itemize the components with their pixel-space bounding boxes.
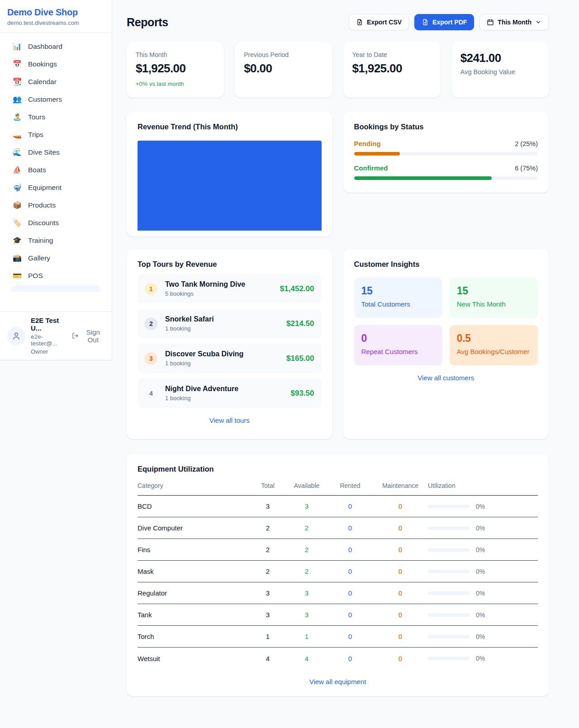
sidebar-item-customers[interactable]: 👥 Customers [5,90,106,108]
cell-available: 2 [286,567,327,575]
graduation-cap-icon: 🎓 [13,236,22,245]
tour-name: Snorkel Safari [165,315,214,323]
column-header-rented: Rented [327,482,373,489]
sidebar-item-boats[interactable]: ⛵ Boats [5,161,106,179]
rank-badge: 2 [145,317,157,330]
table-row: Fins 2 2 0 0 0% [138,539,538,561]
sidebar-item-tours[interactable]: 🏝️ Tours [5,108,106,126]
cell-total: 4 [250,655,286,662]
tile-label: Avg Bookings/Customer [457,348,531,355]
sidebar-item-dive-sites[interactable]: 🌊 Dive Sites [5,143,106,161]
table-row: Tank 3 3 0 0 0% [138,604,538,626]
table-row: Torch 1 1 0 0 0% [138,626,538,648]
sidebar-item-dashboard[interactable]: 📊 Dashboard [5,38,106,55]
cell-rented: 0 [327,633,373,640]
utilization-percent: 0% [476,655,485,662]
cell-category: Fins [138,546,250,553]
sidebar-item-reports-partial[interactable] [11,285,101,292]
sidebar-item-training[interactable]: 🎓 Training [5,232,106,249]
sidebar-item-label: Gallery [28,254,50,262]
table-row: Wetsuit 4 4 0 0 0% [138,648,538,669]
cell-utilization: 0% [428,546,538,553]
utilization-percent: 0% [476,590,485,597]
wave-icon: 🌊 [13,148,22,156]
sidebar-item-gallery[interactable]: 📸 Gallery [5,249,106,267]
tour-name: Two Tank Morning Dive [165,280,245,288]
cell-maintenance: 0 [373,655,428,662]
tile-value: 0 [361,332,435,345]
sidebar-item-bookings[interactable]: 📅 Bookings [5,55,106,73]
person-icon [12,331,21,340]
tour-revenue: $1,452.00 [280,284,314,293]
stat-cards: This Month $1,925.00 +0% vs last month P… [127,42,549,98]
progress-fill [354,152,400,156]
cell-utilization: 0% [428,611,538,619]
utilization-bar [428,635,470,638]
sidebar-item-products[interactable]: 📦 Products [5,196,106,214]
table-row: Mask 2 2 0 0 0% [138,561,538,582]
chevron-down-icon [535,19,541,25]
cell-total: 3 [250,502,286,510]
cell-maintenance: 0 [373,633,428,640]
revenue-bar-chart [138,141,322,231]
tour-name: Night Dive Adventure [165,385,238,393]
period-dropdown[interactable]: This Month [479,14,549,30]
tile-avg-bookings-customer: 0.5 Avg Bookings/Customer [450,325,538,365]
stat-delta: +0% vs last month [136,80,215,87]
tour-row: 3 Discover Scuba Diving 1 booking $165.0… [138,344,322,373]
sign-out-button[interactable]: Sign Out [72,328,104,344]
sidebar-item-equipment[interactable]: 🤿 Equipment [5,179,106,196]
cell-rented: 0 [327,546,373,553]
view-all-tours-link[interactable]: View all tours [138,416,322,424]
cell-utilization: 0% [428,525,538,532]
export-csv-button[interactable]: Export CSV [349,14,409,30]
cell-category: BCD [138,502,250,510]
sidebar-item-pos[interactable]: 💳 POS [5,267,106,284]
cell-rented: 0 [327,655,373,662]
cell-available: 2 [286,524,327,532]
sidebar-item-trips[interactable]: 🚤 Trips [5,126,106,143]
utilization-bar [428,548,470,552]
shop-domain: demo.test.divestreams.com [7,19,104,26]
table-row: BCD 3 3 0 0 0% [138,496,538,517]
sidebar-item-label: Equipment [28,184,62,192]
tour-name: Discover Scuba Diving [165,350,243,358]
sidebar-item-label: POS [28,272,43,280]
rank-badge: 1 [145,283,157,295]
tile-label: Total Customers [361,300,435,308]
cell-maintenance: 0 [373,524,428,532]
charts-row: Revenue Trend (This Month) Bookings by S… [127,112,549,236]
sidebar-item-calendar[interactable]: 📆 Calendar [5,73,106,90]
customer-insights-title: Customer Insights [354,260,538,269]
status-row-confirmed: Confirmed 6 (75%) [354,164,538,180]
sidebar-item-label: Trips [28,131,43,139]
sidebar-user-footer: E2E Test U... e2e-tester@... Owner Sign … [0,311,112,360]
cell-rented: 0 [327,567,373,575]
status-label: Confirmed [354,164,388,172]
cell-total: 2 [250,524,286,532]
customer-insights-card: Customer Insights 15 Total Customers 15 … [343,249,549,439]
tile-new-this-month: 15 New This Month [450,278,538,318]
tile-value: 0.5 [457,332,531,345]
bookings-by-status-card: Bookings by Status Pending 2 (25%) Confi… [343,112,549,193]
progress-fill [354,176,492,180]
shop-name: Demo Dive Shop [7,7,104,18]
bookings-by-status-title: Bookings by Status [354,123,538,131]
avatar [7,327,25,345]
sidebar-item-discounts[interactable]: 🏷️ Discounts [5,214,106,232]
cell-category: Wetsuit [138,655,250,662]
utilization-percent: 0% [476,525,485,532]
calendar-icon [487,19,494,26]
column-header-category: Category [138,482,250,489]
rank-badge: 3 [145,352,157,365]
utilization-bar [428,591,470,595]
view-all-equipment-link[interactable]: View all equipment [138,678,538,685]
status-count: 2 (25%) [515,140,538,147]
export-pdf-button[interactable]: Export PDF [414,14,474,30]
view-all-customers-link[interactable]: View all customers [354,374,538,382]
rank-badge: 4 [145,387,157,400]
sidebar-item-label: Dashboard [28,43,62,51]
file-export-icon [422,19,429,26]
export-csv-label: Export CSV [367,19,402,26]
cell-available: 3 [286,611,327,619]
